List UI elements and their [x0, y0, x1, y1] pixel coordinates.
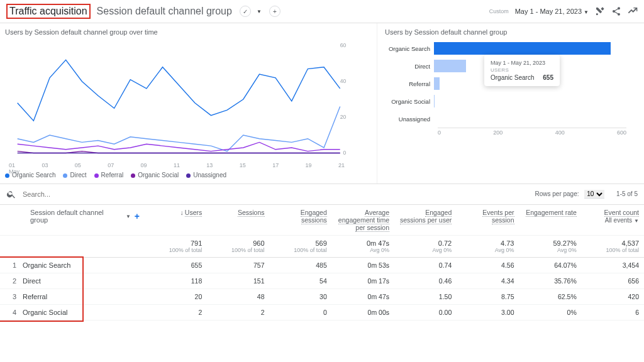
col-users[interactable]: Users — [145, 205, 207, 236]
svg-text:0: 0 — [343, 150, 346, 156]
bar-chart-x-axis: 0200400600 — [438, 128, 626, 136]
bar-label: Referral — [385, 80, 434, 87]
rows-per-page-select[interactable]: 10 — [584, 190, 604, 199]
table-row[interactable]: 4Organic Social 2200m 00s0.003.000%6 — [0, 305, 644, 321]
share-icon[interactable] — [611, 6, 621, 16]
col-event-count[interactable]: Event count All events▼ — [582, 205, 644, 236]
bar-label: Organic Search — [385, 45, 434, 52]
table-header-row: Session default channel group▼ + Users S… — [0, 205, 644, 236]
svg-text:40: 40 — [340, 78, 347, 84]
highlight-box-title: Traffic acquisition — [6, 4, 91, 19]
line-chart[interactable]: 0204060 0103050709111315171921May — [5, 40, 374, 165]
bar-row[interactable]: Organic Social — [385, 92, 636, 110]
pager-range: 1-5 of 5 — [616, 190, 638, 197]
event-count-filter[interactable]: All events▼ — [605, 217, 639, 224]
customize-report-icon[interactable] — [595, 6, 605, 16]
search-icon[interactable] — [6, 189, 16, 199]
search-input[interactable] — [20, 188, 535, 200]
page-subtitle: Session default channel group — [97, 6, 232, 17]
tooltip-metric: USERS — [491, 67, 553, 73]
bar-chart-panel: Users by Session default channel group O… — [377, 23, 644, 184]
table-toolbar: Rows per page: 10 1-5 of 5 — [0, 184, 644, 205]
col-engagement-rate[interactable]: Engagement rate — [519, 205, 582, 236]
svg-text:20: 20 — [340, 114, 347, 120]
check-icon[interactable]: ✓ — [240, 6, 251, 17]
table-row[interactable]: 1Organic Search 6557574850m 53s0.744.566… — [0, 258, 644, 273]
top-bar-right: Custom May 1 - May 21, 2023▼ — [489, 6, 638, 16]
col-avg-engagement-time[interactable]: Average engagement time per session — [332, 205, 394, 236]
charts-area: Users by Session default channel group o… — [0, 23, 644, 184]
line-chart-title: Users by Session default channel group o… — [5, 28, 374, 36]
tooltip-date: May 1 - May 21, 2023 — [491, 60, 553, 66]
bar-chart-title: Users by Session default channel group — [385, 28, 636, 36]
bar-label: Direct — [385, 63, 434, 70]
line-chart-panel: Users by Session default channel group o… — [0, 23, 377, 184]
tooltip-value: 655 — [543, 74, 553, 81]
tooltip-label: Organic Search — [491, 74, 534, 81]
dimension-header[interactable]: Session default channel group▼ + — [5, 209, 140, 224]
dropdown-icon[interactable]: ▼ — [257, 9, 262, 14]
bar-row[interactable]: Unassigned — [385, 110, 636, 128]
table-summary-row: 791100% of total960100% of total569100% … — [0, 236, 644, 258]
page-title-group: Traffic acquisition Session default chan… — [6, 4, 280, 19]
col-events-per-session[interactable]: Events per session — [457, 205, 519, 236]
table-row[interactable]: 3Referral 2048300m 47s1.508.7562.5%420 — [0, 289, 644, 305]
data-table: Session default channel group▼ + Users S… — [0, 205, 644, 321]
bar-chart-tooltip: May 1 - May 21, 2023 USERS Organic Searc… — [484, 55, 560, 86]
insights-icon[interactable] — [628, 6, 638, 16]
bar-label: Unassigned — [385, 116, 434, 123]
rows-per-page: Rows per page: 10 1-5 of 5 — [535, 190, 638, 199]
add-comparison-button[interactable]: + — [269, 6, 280, 17]
table-row[interactable]: 2Direct 118151540m 17s0.464.3435.76%656 — [0, 273, 644, 289]
page-title: Traffic acquisition — [9, 6, 87, 16]
date-range-button[interactable]: May 1 - May 21, 2023▼ — [515, 8, 589, 15]
col-sessions[interactable]: Sessions — [207, 205, 269, 236]
line-chart-x-ticks: 0103050709111315171921 — [5, 162, 345, 168]
svg-text:60: 60 — [340, 42, 347, 48]
add-dimension-button[interactable]: + — [135, 211, 140, 221]
bar-label: Organic Social — [385, 98, 434, 105]
col-engaged-sessions[interactable]: Engaged sessions — [270, 205, 332, 236]
col-engaged-sessions-per-user[interactable]: Engaged sessions per user — [394, 205, 457, 236]
date-range-type: Custom — [489, 8, 509, 14]
line-chart-svg: 0204060 — [5, 40, 357, 159]
top-bar: Traffic acquisition Session default chan… — [0, 0, 644, 23]
